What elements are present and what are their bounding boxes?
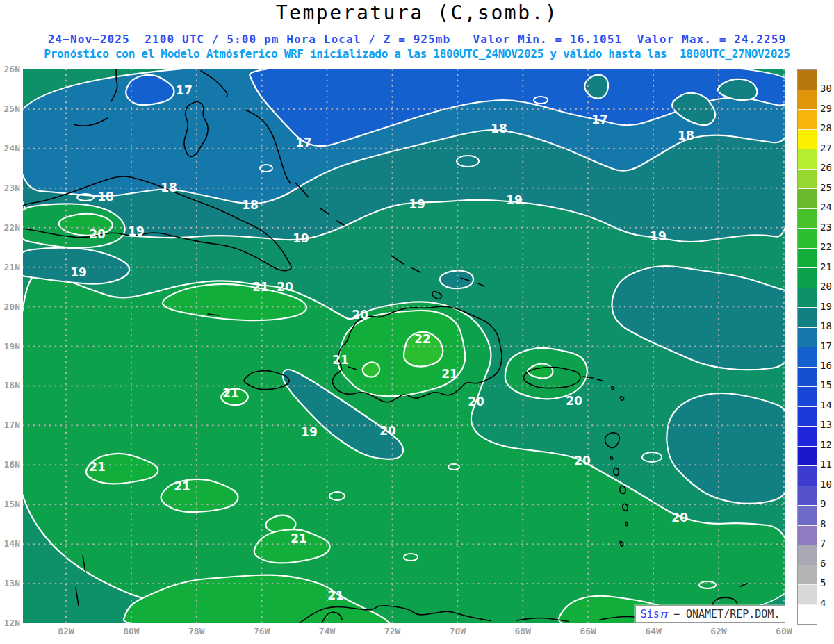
contour-label: 21 (89, 460, 106, 474)
lon-tick-label: 72W (377, 626, 408, 636)
colorbar-block (798, 526, 817, 546)
colorbar-block (798, 209, 817, 229)
contour-label: 20 (566, 394, 582, 408)
colorbar-block (798, 427, 817, 447)
contour-label: 17 (591, 113, 608, 126)
colorbar-tick-label: 29 (820, 103, 834, 114)
colorbar-tick-label: 21 (820, 261, 834, 272)
colorbar-block (798, 268, 817, 288)
lon-tick-label: 82W (51, 626, 81, 636)
colorbar-block (798, 565, 817, 586)
temperature-band-region (363, 362, 379, 377)
temperature-band-region (338, 311, 465, 396)
page-title: Temperatura (C,somb.) (0, 1, 834, 24)
colorbar-tick-label: 24 (820, 201, 834, 213)
lon-tick-label: 60W (769, 626, 799, 636)
colorbar-tick-label: 7 (820, 538, 834, 549)
colorbar-block (798, 328, 817, 348)
contour-label: 21 (332, 353, 349, 367)
lat-tick-label: 21N (0, 262, 20, 272)
colorbar-tick-label: 10 (820, 479, 834, 490)
contour-label: 20 (671, 511, 688, 525)
lon-tick-label: 68W (507, 626, 538, 636)
colorbar-block (798, 506, 817, 526)
colorbar-block (798, 466, 817, 486)
colorbar-tick-label: 4 (820, 597, 834, 609)
lon-tick-label: 66W (573, 626, 603, 636)
contour-label: 17 (295, 135, 312, 149)
contour-label: 21 (327, 588, 344, 602)
colorbar-block (798, 229, 817, 249)
contour-label: 22 (414, 332, 431, 346)
lat-tick-label: 16N (0, 459, 20, 470)
colorbar-block (798, 486, 817, 506)
contour-label: 20 (379, 424, 396, 438)
colorbar-tick-label: 18 (820, 320, 834, 331)
colorbar-block (798, 368, 817, 388)
colorbar-tick-label: 16 (820, 360, 834, 371)
temperature-band-region (440, 270, 473, 288)
colorbar-block (798, 545, 817, 565)
colorbar-block (798, 288, 817, 308)
contour-label: 21 (222, 386, 239, 400)
contour-label: 21 (174, 479, 190, 493)
lon-tick-label: 74W (312, 626, 343, 636)
value-max-text: Valor Max. = 24.2259 (637, 33, 787, 46)
colorbar-tick-label: 6 (820, 558, 834, 569)
lon-tick-label: 80W (116, 626, 147, 636)
lat-tick-label: 14N (0, 538, 20, 549)
weather-chart-page: Temperatura (C,somb.) 24−Nov−2025 2100 U… (0, 0, 834, 644)
contour-label: 19 (650, 229, 667, 243)
colorbar-block (798, 130, 817, 150)
colorbar-block (798, 149, 817, 170)
lat-tick-label: 17N (0, 420, 20, 430)
colorbar-tick-label: 23 (820, 222, 834, 233)
contour-label: 19 (506, 193, 523, 207)
colorbar-tick-label: 14 (820, 399, 834, 411)
colorbar-tick-label: 5 (820, 577, 834, 588)
colorbar-tick-label: 9 (820, 498, 834, 509)
colorbar-tick-label: 19 (820, 301, 834, 312)
contour-label: 21 (441, 367, 458, 381)
colorbar-block (798, 347, 817, 368)
colorbar-tick-label: 17 (820, 340, 834, 352)
lat-tick-label: 24N (0, 143, 20, 154)
valid-time-line: 24−Nov−2025 2100 UTC / 5:00 pm Hora Loca… (0, 33, 834, 46)
colorbar-block (798, 585, 817, 605)
colorbar-tick-label: 27 (820, 142, 834, 154)
lat-tick-label: 15N (0, 499, 20, 509)
colorbar-block (798, 387, 817, 407)
colorbar-block (798, 189, 817, 209)
contour-label: 20 (468, 395, 484, 408)
colorbar-tick-label: 25 (820, 182, 834, 193)
colorbar-block (798, 110, 817, 130)
lat-tick-label: 23N (0, 183, 20, 193)
contour-label: 20 (277, 280, 293, 294)
colorbar-block (798, 170, 817, 190)
contour-label: 18 (678, 129, 694, 142)
colorbar-block (798, 70, 817, 90)
colorbar-tick-label: 15 (820, 379, 834, 390)
colorbar-tick-label: 13 (820, 419, 834, 430)
temperature-map: 1717171818181818191919191919192020202020… (23, 69, 785, 623)
lat-tick-label: 20N (0, 302, 20, 312)
brand-text: Sis (641, 608, 660, 620)
colorbar-tick-label: 26 (820, 162, 834, 173)
contour-label: 18 (242, 198, 259, 212)
contour-label: 18 (161, 181, 177, 195)
colorbar-block (798, 407, 817, 427)
lon-tick-label: 62W (703, 626, 734, 636)
lon-tick-label: 64W (638, 626, 669, 636)
colorbar-tick-label: 20 (820, 281, 834, 292)
colorbar-tick-label: 22 (820, 241, 834, 252)
colorbar-tick-label: 12 (820, 439, 834, 450)
lat-tick-label: 22N (0, 222, 20, 233)
contour-label: 19 (70, 265, 87, 279)
temperature-colorbar (797, 69, 817, 625)
lat-tick-label: 19N (0, 341, 20, 352)
colorbar-tick-label: 11 (820, 459, 834, 470)
colorbar-block (798, 249, 817, 269)
valid-time-text: 24−Nov−2025 2100 UTC / 5:00 pm Hora Loca… (48, 33, 451, 46)
contour-label: 17 (176, 83, 193, 97)
stamp-separator: − (667, 608, 686, 620)
